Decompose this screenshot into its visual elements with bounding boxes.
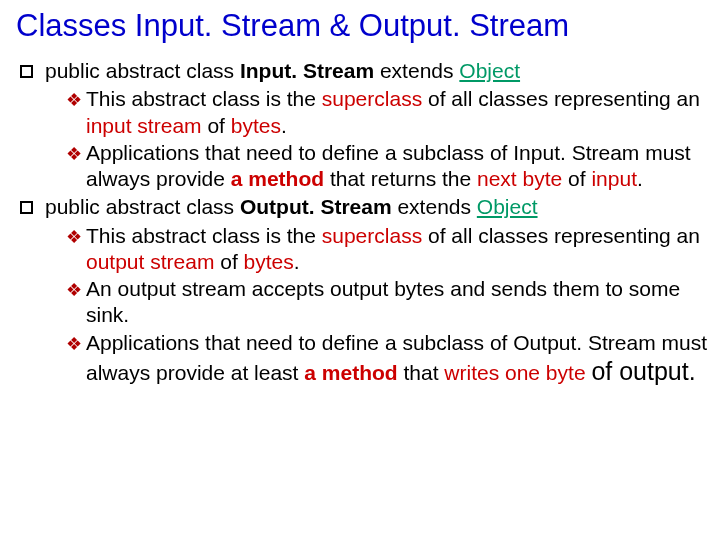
t: bytes — [244, 250, 294, 273]
t: that — [398, 361, 445, 384]
text: This abstract class is the superclass of… — [86, 86, 708, 139]
square-bullet-icon — [20, 65, 33, 78]
text: Applications that need to define a subcl… — [86, 140, 708, 193]
t: that returns the — [324, 167, 477, 190]
t: of all classes representing an — [422, 87, 700, 110]
t: superclass — [322, 224, 422, 247]
subbullet: ❖ An output stream accepts output bytes … — [66, 276, 708, 329]
t: input — [591, 167, 637, 190]
bullet-outputstream: public abstract class Output. Stream ext… — [20, 194, 708, 220]
t: writes one byte — [444, 361, 591, 384]
diamond-bullet-icon: ❖ — [66, 226, 82, 276]
t: superclass — [322, 87, 422, 110]
object-link[interactable]: Object — [459, 59, 520, 82]
t: a method — [231, 167, 324, 190]
t: of — [562, 167, 591, 190]
t: public abstract class — [45, 59, 240, 82]
diamond-bullet-icon: ❖ — [66, 333, 82, 388]
diamond-bullet-icon: ❖ — [66, 279, 82, 329]
subbullet: ❖ This abstract class is the superclass … — [66, 86, 708, 139]
t: Input. Stream — [240, 59, 374, 82]
text: public abstract class Input. Stream exte… — [45, 58, 708, 84]
t: . — [294, 250, 300, 273]
t: bytes — [231, 114, 281, 137]
t: An output stream accepts output bytes an… — [86, 277, 680, 326]
t: extends — [374, 59, 459, 82]
slide-body: public abstract class Input. Stream exte… — [12, 58, 708, 387]
t: output. — [612, 357, 695, 385]
subbullet: ❖ Applications that need to define a sub… — [66, 140, 708, 193]
t: a method — [304, 361, 397, 384]
object-link[interactable]: Object — [477, 195, 538, 218]
slide: Classes Input. Stream & Output. Stream p… — [0, 0, 720, 398]
t: . — [637, 167, 643, 190]
t: of all classes representing an — [422, 224, 700, 247]
t: input stream — [86, 114, 202, 137]
subbullet: ❖ Applications that need to define a sub… — [66, 330, 708, 388]
text: This abstract class is the superclass of… — [86, 223, 708, 276]
text: public abstract class Output. Stream ext… — [45, 194, 708, 220]
t: output stream — [86, 250, 214, 273]
t: Output. Stream — [240, 195, 392, 218]
text: Applications that need to define a subcl… — [86, 330, 708, 388]
t: of — [202, 114, 231, 137]
text: An output stream accepts output bytes an… — [86, 276, 708, 329]
square-bullet-icon — [20, 201, 33, 214]
t: of — [591, 357, 612, 385]
page-title: Classes Input. Stream & Output. Stream — [16, 8, 708, 44]
t: This abstract class is the — [86, 224, 322, 247]
t: next byte — [477, 167, 562, 190]
t: extends — [392, 195, 477, 218]
t: of — [214, 250, 243, 273]
t: . — [281, 114, 287, 137]
bullet-inputstream: public abstract class Input. Stream exte… — [20, 58, 708, 84]
t: public abstract class — [45, 195, 240, 218]
t: This abstract class is the — [86, 87, 322, 110]
diamond-bullet-icon: ❖ — [66, 89, 82, 139]
subbullet: ❖ This abstract class is the superclass … — [66, 223, 708, 276]
diamond-bullet-icon: ❖ — [66, 143, 82, 193]
